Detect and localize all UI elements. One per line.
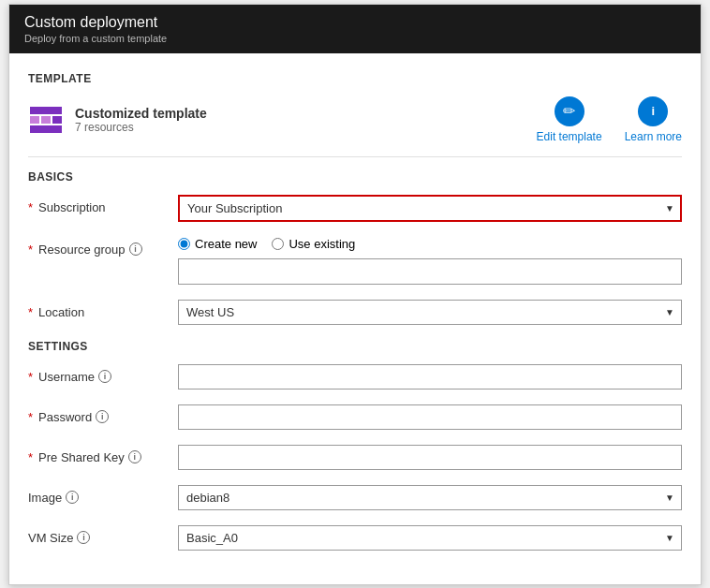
password-info-icon[interactable]: i	[96, 410, 109, 423]
subscription-select-wrapper: Your Subscription ▼	[178, 195, 682, 222]
password-row: * Password i	[28, 404, 682, 430]
vm-size-info-icon[interactable]: i	[77, 531, 90, 544]
use-existing-label: Use existing	[288, 237, 355, 251]
create-new-radio[interactable]	[178, 238, 190, 250]
resource-group-control: Create new Use existing	[178, 237, 682, 285]
edit-icon: ✏	[555, 96, 584, 126]
vm-size-control: Basic_A0 Standard_A1 Standard_A2 ▼	[178, 525, 682, 551]
pre-shared-key-label: * Pre Shared Key i	[28, 445, 178, 464]
image-row: Image i debian8 ubuntu centos ▼	[28, 485, 682, 510]
basics-section: BASICS * Subscription Your Subscription …	[28, 170, 682, 325]
template-resources: 7 resources	[75, 121, 207, 134]
username-input[interactable]	[178, 364, 682, 390]
main-window: Custom deployment Deploy from a custom t…	[8, 4, 702, 585]
title-bar: Custom deployment Deploy from a custom t…	[9, 5, 701, 53]
location-required: *	[28, 305, 33, 319]
vm-size-label: VM Size i	[28, 525, 178, 545]
vm-size-select[interactable]: Basic_A0 Standard_A1 Standard_A2	[178, 525, 682, 551]
info-icon: i	[638, 96, 668, 126]
template-row: Customized template 7 resources ✏ Edit t…	[28, 96, 682, 157]
image-info-icon[interactable]: i	[66, 491, 79, 504]
template-details: Customized template 7 resources	[75, 106, 207, 134]
resource-group-info-icon[interactable]: i	[129, 243, 142, 256]
image-select-wrapper: debian8 ubuntu centos ▼	[178, 485, 682, 510]
resource-group-required: *	[28, 243, 33, 257]
pre-shared-key-input[interactable]	[178, 445, 682, 470]
basics-section-label: BASICS	[28, 170, 682, 184]
create-new-label: Create new	[195, 237, 257, 251]
location-select-wrapper: West US East US North Europe ▼	[178, 300, 682, 325]
username-row: * Username i	[28, 364, 682, 390]
use-existing-radio[interactable]	[272, 238, 284, 250]
content-area: TEMPLATE	[9, 53, 701, 584]
settings-section: SETTINGS * Username i * Password i	[28, 340, 682, 551]
location-control: West US East US North Europe ▼	[178, 300, 682, 325]
resource-group-label: * Resource group i	[28, 237, 178, 257]
username-required: *	[28, 370, 33, 384]
subscription-required: *	[28, 200, 33, 214]
vm-size-select-wrapper: Basic_A0 Standard_A1 Standard_A2 ▼	[178, 525, 682, 551]
resource-group-row: * Resource group i Create new Use existi…	[28, 237, 682, 285]
learn-more-label: Learn more	[625, 130, 682, 143]
password-control	[178, 404, 682, 430]
template-section-label: TEMPLATE	[28, 72, 682, 85]
location-row: * Location West US East US North Europe …	[28, 300, 682, 325]
pre-shared-key-control	[178, 445, 682, 470]
subscription-label: * Subscription	[28, 195, 178, 214]
settings-section-label: SETTINGS	[28, 340, 682, 353]
template-icon	[28, 102, 64, 138]
location-select[interactable]: West US East US North Europe	[178, 300, 682, 325]
page-subtitle: Deploy from a custom template	[24, 33, 686, 44]
template-actions: ✏ Edit template i Learn more	[537, 96, 682, 143]
learn-more-button[interactable]: i Learn more	[625, 96, 682, 143]
template-name: Customized template	[75, 106, 207, 121]
pre-shared-key-info-icon[interactable]: i	[128, 450, 141, 463]
page-title: Custom deployment	[24, 14, 686, 31]
image-label: Image i	[28, 485, 178, 505]
subscription-control: Your Subscription ▼	[178, 195, 682, 222]
resource-group-radio-group: Create new Use existing	[178, 237, 682, 251]
edit-template-label: Edit template	[537, 130, 602, 143]
vm-size-row: VM Size i Basic_A0 Standard_A1 Standard_…	[28, 525, 682, 551]
username-label: * Username i	[28, 364, 178, 384]
pre-shared-key-required: *	[28, 450, 33, 464]
edit-template-button[interactable]: ✏ Edit template	[537, 96, 602, 143]
password-label: * Password i	[28, 404, 178, 424]
subscription-row: * Subscription Your Subscription ▼	[28, 195, 682, 222]
password-required: *	[28, 410, 33, 424]
password-input[interactable]	[178, 404, 682, 430]
create-new-option[interactable]: Create new	[178, 237, 257, 251]
pre-shared-key-row: * Pre Shared Key i	[28, 445, 682, 470]
username-info-icon[interactable]: i	[98, 370, 111, 383]
location-label: * Location	[28, 300, 178, 319]
template-info: Customized template 7 resources	[28, 102, 207, 138]
use-existing-option[interactable]: Use existing	[272, 237, 355, 251]
resource-group-input[interactable]	[178, 258, 682, 285]
image-control: debian8 ubuntu centos ▼	[178, 485, 682, 510]
image-select[interactable]: debian8 ubuntu centos	[178, 485, 682, 510]
subscription-select[interactable]: Your Subscription	[178, 195, 682, 222]
username-control	[178, 364, 682, 390]
